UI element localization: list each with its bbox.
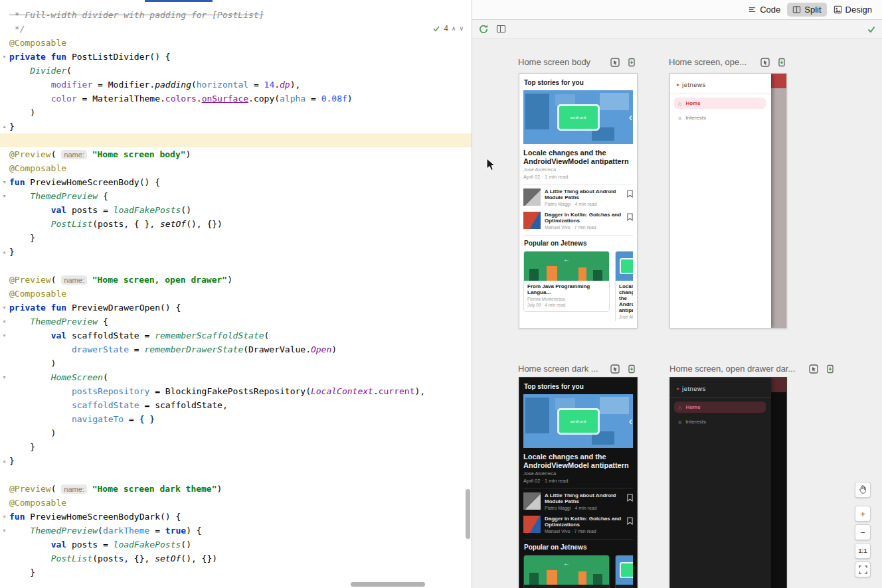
drawer-item-interests[interactable]: ≡ Interests	[674, 112, 766, 123]
preview-layout-icon[interactable]	[496, 24, 506, 34]
preview-label[interactable]: Home screen body	[518, 57, 590, 67]
bookmark-icon[interactable]	[627, 190, 633, 198]
drawer-item-home[interactable]: ⌂ Home	[674, 402, 766, 413]
article-row[interactable]: Dagger in Kotlin: Gotchas and Optimizati…	[523, 516, 633, 534]
fold-marker-icon[interactable]: ▾	[0, 315, 9, 329]
editor-vertical-scrollbar[interactable]	[466, 489, 470, 539]
code-line[interactable]: ▾ ThemedPreview {	[0, 189, 472, 203]
code-line[interactable]: ▴}	[0, 119, 472, 133]
code-line[interactable]: }	[0, 440, 472, 454]
mode-code-button[interactable]: Code	[743, 3, 786, 17]
code-line[interactable]: @Composable	[0, 287, 472, 301]
zoom-actual-size-button[interactable]: 1:1	[855, 543, 871, 559]
fold-marker-icon[interactable]: ▾	[0, 189, 9, 203]
hero-article-title[interactable]: Locale changes and the AndroidViewModel …	[523, 453, 633, 469]
bookmark-icon[interactable]	[627, 494, 633, 502]
code-line[interactable]: @Preview( name: "Home screen dark theme"…	[0, 482, 472, 496]
bookmark-icon[interactable]	[627, 213, 633, 221]
deploy-preview-icon[interactable]	[627, 58, 636, 67]
hero-illustration[interactable]: android ‹	[523, 394, 633, 448]
preview-card-home-screen-body[interactable]: Top stories for you android ‹ Locale cha…	[519, 73, 638, 329]
code-line[interactable]: }	[0, 231, 472, 245]
article-row[interactable]: A Little Thing about Android Module Path…	[523, 492, 633, 510]
code-line[interactable]	[0, 133, 472, 147]
article-row[interactable]: Dagger in Kotlin: Gotchas and Optimizati…	[523, 212, 633, 230]
zoom-to-fit-button[interactable]	[855, 561, 871, 577]
code-line[interactable]: ▴}	[0, 245, 472, 259]
code-line[interactable]: ▾ ThemedPreview(darkTheme = true) {	[0, 524, 472, 538]
code-line[interactable]: @Composable	[0, 36, 472, 50]
code-line[interactable]: ▾private fun PreviewDrawerOpen() {	[0, 301, 472, 315]
code-line[interactable]: * Full-width divider with padding for [P…	[0, 8, 472, 22]
preview-card-open-drawer-dark[interactable]: ▸ jetnews ⌂ Home ≡ Interests	[669, 377, 787, 588]
fold-marker-icon[interactable]: ▾	[0, 175, 9, 189]
code-line[interactable]: Divider(	[0, 64, 472, 78]
code-line[interactable]: ▾private fun PostListDivider() {	[0, 50, 472, 64]
code-line[interactable]: ▾ val scaffoldState = rememberScaffoldSt…	[0, 329, 472, 342]
code-line[interactable]: )	[0, 426, 472, 440]
popular-card[interactable]: ← From Java Programming Langua... Florin…	[523, 555, 610, 588]
interactive-preview-icon[interactable]	[610, 364, 620, 374]
popular-carousel[interactable]: ← From Java Programming Langua... Florin…	[523, 251, 633, 321]
code-line[interactable]	[0, 259, 472, 273]
fold-marker-icon[interactable]: ▾	[0, 301, 9, 315]
drawer-item-interests[interactable]: ≡ Interests	[674, 416, 766, 427]
code-line[interactable]: ▾ ThemedPreview {	[0, 315, 472, 329]
code-line[interactable]: @Preview( name: "Home screen, open drawe…	[0, 273, 472, 287]
interactive-preview-icon[interactable]	[760, 58, 770, 67]
fold-marker-icon[interactable]: ▴	[0, 119, 9, 133]
fold-marker-icon[interactable]: ▾	[0, 524, 9, 538]
code-line[interactable]	[0, 468, 472, 482]
deploy-preview-icon[interactable]	[826, 364, 835, 374]
zoom-out-button[interactable]: −	[855, 524, 871, 540]
preview-card-home-screen-open-drawer[interactable]: ▸ jetnews ⌂ Home ≡ Interests	[669, 73, 787, 329]
fold-marker-icon[interactable]: ▾	[0, 50, 9, 64]
pan-button[interactable]	[855, 482, 871, 498]
code-line[interactable]: scaffoldState = scaffoldState,	[0, 398, 472, 412]
preview-label[interactable]: Home screen dark ...	[518, 364, 598, 374]
code-editor[interactable]: * Full-width divider with padding for [P…	[0, 0, 472, 588]
article-row[interactable]: A Little Thing about Android Module Path…	[523, 188, 633, 206]
code-line[interactable]: ▴}	[0, 454, 472, 468]
fold-marker-icon[interactable]: ▴	[0, 454, 9, 468]
preview-label[interactable]: Home screen, open drawer dar...	[669, 364, 795, 374]
preview-label[interactable]: Home screen, ope...	[669, 57, 747, 67]
fold-marker-icon[interactable]: ▾	[0, 329, 9, 342]
refresh-previews-icon[interactable]	[478, 24, 489, 35]
code-line[interactable]: ▾fun PreviewHomeScreenBodyDark() {	[0, 510, 472, 524]
code-line[interactable]: drawerState = rememberDrawerState(Drawer…	[0, 342, 472, 356]
fold-marker-icon[interactable]: ▾	[0, 370, 9, 384]
popular-carousel[interactable]: ← From Java Programming Langua... Florin…	[523, 555, 633, 588]
code-line[interactable]: PostList(posts, {}, setOf(), {})	[0, 551, 472, 565]
code-line[interactable]: modifier = Modifier.padding(horizontal =…	[0, 78, 472, 92]
code-line[interactable]: PostList(posts, { }, setOf(), {})	[0, 217, 472, 231]
code-line[interactable]: )	[0, 106, 472, 119]
interactive-preview-icon[interactable]	[610, 58, 620, 67]
drawer-item-home[interactable]: ⌂ Home	[674, 98, 766, 109]
code-line[interactable]: )	[0, 356, 472, 370]
inspections-widget[interactable]: 4 ∧ ∨	[432, 24, 464, 33]
hero-article-title[interactable]: Locale changes and the AndroidViewModel …	[523, 149, 633, 165]
code-line[interactable]: val posts = loadFakePosts()	[0, 203, 472, 217]
code-line[interactable]: val posts = loadFakePosts()	[0, 538, 472, 551]
code-line[interactable]: ▾ HomeScreen(	[0, 370, 472, 384]
next-problem-icon[interactable]: ∨	[459, 25, 464, 32]
code-line[interactable]: navigateTo = { }	[0, 412, 472, 426]
preview-canvas[interactable]: Home screen body Top stories for you and…	[472, 38, 882, 588]
fold-marker-icon[interactable]: ▾	[0, 510, 9, 524]
code-line[interactable]: @Composable	[0, 161, 472, 175]
code-line[interactable]: postsRepository = BlockingFakePostsRepos…	[0, 384, 472, 398]
preview-card-home-screen-dark[interactable]: Top stories for you android ‹ Locale cha…	[519, 377, 638, 588]
bookmark-icon[interactable]	[627, 517, 633, 525]
popular-card-clipped[interactable]: Locale changes and the AndroidViewModel …	[615, 251, 633, 321]
code-line[interactable]: ▾fun PreviewHomeScreenBody() {	[0, 175, 472, 189]
mode-design-button[interactable]: Design	[828, 3, 877, 17]
code-line[interactable]: }	[0, 565, 472, 579]
hero-illustration[interactable]: android ‹	[523, 90, 633, 144]
deploy-preview-icon[interactable]	[627, 364, 636, 374]
interactive-preview-icon[interactable]	[809, 364, 818, 374]
mode-split-button[interactable]: Split	[787, 3, 826, 17]
code-line[interactable]: */	[0, 22, 472, 36]
popular-card[interactable]: ← From Java Programming Langua... Florin…	[523, 251, 610, 312]
code-line[interactable]: color = MaterialTheme.colors.onSurface.c…	[0, 92, 472, 106]
